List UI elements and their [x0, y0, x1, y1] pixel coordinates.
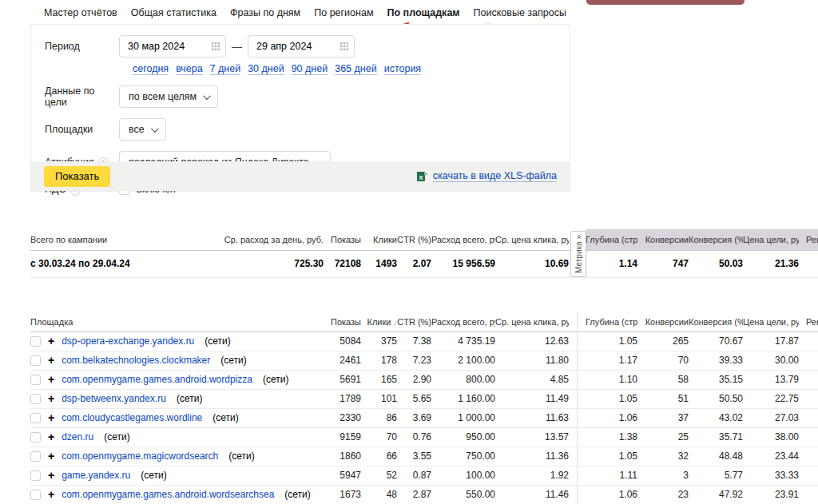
- date-from-input[interactable]: [119, 35, 226, 58]
- cell-avg-click-cost: 1.92: [495, 466, 569, 485]
- row-checkbox[interactable]: [30, 336, 41, 347]
- cell-goal-cost: 38.00: [743, 427, 799, 446]
- platforms-header-row: Площадка Показы Клики ↓ CTR (%) Расход в…: [30, 312, 818, 331]
- cell-depth: 1.06: [586, 408, 637, 427]
- platforms-header-goal-cost[interactable]: Цена цели, руб.: [743, 312, 799, 331]
- summary-header-shows[interactable]: Показы: [324, 229, 361, 250]
- calendar-icon[interactable]: [212, 42, 220, 50]
- platforms-header-conversions[interactable]: Конверсии: [637, 312, 689, 331]
- row-checkbox[interactable]: [30, 413, 41, 423]
- summary-avg-daily-cost: 725.30: [214, 250, 324, 277]
- summary-header-row: Всего по кампании Ср. расход за день, ру…: [30, 229, 818, 250]
- summary-header-avg-daily-cost[interactable]: Ср. расход за день, руб.: [214, 229, 324, 250]
- platforms-header-shows[interactable]: Показы: [324, 312, 361, 331]
- cell-depth: 1.11: [586, 466, 637, 485]
- chevron-down-icon: [151, 125, 159, 133]
- quick-link-90-days[interactable]: 90 дней: [292, 63, 328, 75]
- cell-clicks: 165: [361, 370, 397, 389]
- row-checkbox[interactable]: [30, 432, 41, 442]
- site-link[interactable]: game.yandex.ru: [62, 470, 130, 481]
- summary-header-ctr[interactable]: CTR (%): [397, 229, 431, 250]
- expand-plus-icon[interactable]: +: [48, 355, 54, 366]
- site-link[interactable]: dzen.ru: [62, 431, 93, 442]
- expand-plus-icon[interactable]: +: [48, 374, 54, 385]
- summary-header-clicks[interactable]: Клики: [361, 229, 397, 250]
- cell-conversions: 32: [637, 446, 689, 466]
- expand-plus-icon[interactable]: +: [48, 489, 54, 500]
- summary-conversion-rate: 50.03: [689, 250, 743, 277]
- summary-ren-value: [799, 250, 818, 277]
- cell-ren: [799, 427, 818, 446]
- cell-total-cost: 750.00: [431, 446, 495, 466]
- platforms-header-depth[interactable]: Глубина (стр.): [586, 312, 637, 331]
- cell-depth: 1.38: [586, 427, 637, 446]
- platforms-header-clicks[interactable]: Клики ↓: [361, 312, 397, 331]
- site-suffix: (сети): [177, 393, 202, 404]
- quick-link-history[interactable]: история: [384, 63, 421, 75]
- row-checkbox[interactable]: [30, 355, 41, 366]
- cell-conversions: 25: [637, 427, 689, 446]
- expand-plus-icon[interactable]: +: [48, 393, 54, 404]
- row-checkbox[interactable]: [30, 490, 41, 500]
- cell-conversion-rate: 48.48: [689, 446, 743, 466]
- cell-conversions: 70: [637, 351, 689, 370]
- cell-depth: 1.05: [586, 446, 637, 466]
- summary-header-total-cost[interactable]: Расход всего, руб.: [431, 229, 495, 250]
- cell-ren: [799, 351, 818, 370]
- download-xls-label: скачать в виде XLS-файла: [433, 170, 557, 182]
- summary-header-goal-cost[interactable]: Цена цели, руб.: [743, 229, 799, 250]
- quick-link-7-days[interactable]: 7 дней: [210, 63, 241, 75]
- row-checkbox[interactable]: [30, 470, 41, 481]
- cell-shows: 2330: [324, 408, 361, 427]
- cell-shows: 1673: [324, 485, 361, 504]
- summary-header-conversions[interactable]: Конверсии: [637, 229, 689, 250]
- date-to-input[interactable]: [248, 35, 355, 58]
- cell-goal-cost: 23.91: [743, 485, 799, 504]
- cell-conversion-rate: 50.50: [689, 389, 743, 408]
- platforms-header-total-cost[interactable]: Расход всего, руб.: [431, 312, 495, 331]
- quick-link-today[interactable]: сегодня: [133, 63, 169, 75]
- site-link[interactable]: com.belkatechnologies.clockmaker: [62, 355, 210, 366]
- table-row: + com.openmygame.magicwordsearch (сети) …: [30, 446, 818, 466]
- expand-plus-icon[interactable]: +: [48, 470, 54, 481]
- row-checkbox[interactable]: [30, 375, 41, 385]
- site-link[interactable]: com.openmygame.games.android.wordpizza: [62, 374, 252, 385]
- show-button[interactable]: Показать: [44, 166, 110, 187]
- cell-ren: [799, 408, 818, 427]
- platforms-header-ren[interactable]: Рен: [799, 312, 818, 331]
- platforms-select[interactable]: все: [119, 118, 166, 141]
- platforms-header-avg-click-cost[interactable]: Ср. цена клика, руб.: [495, 312, 569, 331]
- expand-plus-icon[interactable]: +: [48, 431, 54, 442]
- site-link[interactable]: dsp-betweenx.yandex.ru: [62, 393, 166, 404]
- quick-link-yesterday[interactable]: вчера: [176, 63, 202, 75]
- quick-link-30-days[interactable]: 30 дней: [248, 63, 284, 75]
- site-link[interactable]: com.openmygame.games.android.wordsearchs…: [62, 489, 274, 500]
- expand-plus-icon[interactable]: +: [48, 412, 54, 423]
- platforms-header-ctr[interactable]: CTR (%): [397, 312, 431, 331]
- quick-link-365-days[interactable]: 365 дней: [335, 63, 376, 75]
- goal-select[interactable]: по всем целям: [119, 85, 218, 108]
- expand-plus-icon[interactable]: +: [48, 450, 54, 462]
- cell-avg-click-cost: 11.46: [495, 485, 569, 504]
- summary-header-conversion-rate[interactable]: Конверсия (%): [689, 229, 743, 250]
- cell-clicks: 101: [361, 389, 397, 408]
- site-link[interactable]: dsp-opera-exchange.yandex.ru: [62, 335, 194, 347]
- summary-header-ren[interactable]: Рен: [799, 229, 818, 250]
- site-link[interactable]: com.cloudycastlegames.wordline: [62, 412, 202, 423]
- row-checkbox[interactable]: [30, 394, 41, 404]
- platforms-header-conversion-rate[interactable]: Конверсия (%): [689, 312, 743, 331]
- summary-header-avg-click-cost[interactable]: Ср. цена клика, руб.: [495, 229, 569, 250]
- site-suffix: (сети): [104, 431, 129, 442]
- cell-goal-cost: 30.00: [743, 351, 799, 370]
- cell-avg-click-cost: 11.80: [495, 351, 569, 370]
- period-quick-links: сегодня вчера 7 дней 30 дней 90 дней 365…: [133, 63, 570, 75]
- summary-header-total: Всего по кампании: [30, 229, 214, 250]
- metrika-vertical-tab[interactable]: Метрика »: [570, 231, 586, 277]
- download-xls-link[interactable]: X скачать в виде XLS-файла: [417, 170, 557, 182]
- calendar-icon[interactable]: [340, 42, 348, 50]
- expand-plus-icon[interactable]: +: [48, 335, 54, 347]
- summary-header-depth[interactable]: Глубина (стр.): [586, 229, 637, 250]
- cell-total-cost: 2 100.00: [431, 351, 495, 370]
- site-link[interactable]: com.openmygame.magicwordsearch: [62, 450, 218, 462]
- row-checkbox[interactable]: [30, 451, 41, 462]
